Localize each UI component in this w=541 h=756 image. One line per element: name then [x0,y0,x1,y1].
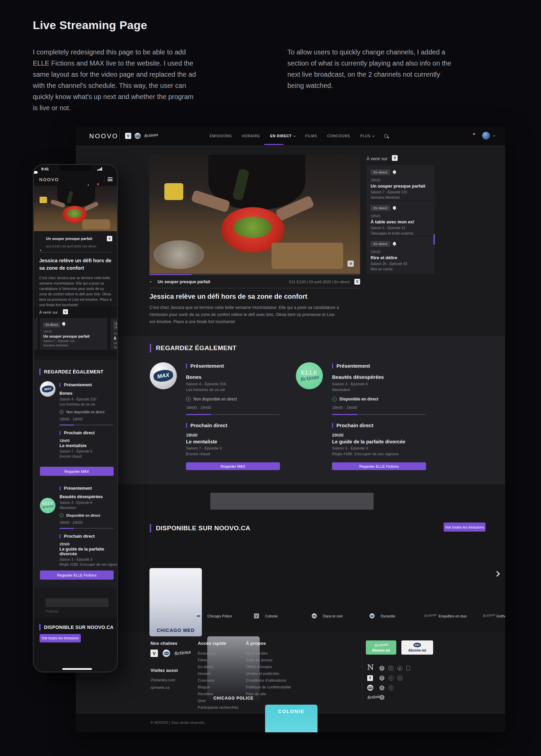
twitter-icon[interactable]: t [389,685,394,690]
footer-link[interactable]: Ventes et publicités [246,670,279,677]
next-show[interactable]: Le guide de la parfaite divorcée [332,439,426,444]
footer-link[interactable]: Participants recherchés [198,704,238,711]
max-channel-logo[interactable]: MAX [163,650,170,657]
see-all-shows-button[interactable]: Voir toutes les émissions [444,522,486,532]
facebook-icon[interactable]: f [379,685,384,690]
max-channel-logo-large[interactable]: MAX [40,381,55,397]
noovo-n-logo[interactable]: N [367,663,374,672]
footer-link[interactable]: Nous joindre [246,650,268,657]
upcoming-label: À venir sur [367,156,387,161]
live-video-player[interactable]: V [149,155,360,274]
facebook-icon[interactable]: f [379,666,384,671]
schedule-card[interactable]: En direct 19h00 À table avec mon ex! Sai… [110,318,118,350]
instagram-icon[interactable] [398,676,402,680]
subscribe-elle-fictions-button[interactable]: fictions Abonne-toi [366,640,396,655]
pinterest-icon[interactable]: p [397,666,402,671]
schedule-card[interactable]: En direct 19h00 À table avec mon ex! Sai… [367,201,434,236]
watch-max-button[interactable]: Regarder MAX [186,462,280,470]
see-all-shows-button[interactable]: Voir toutes les émissions [40,634,81,642]
footer-link[interactable]: Salle de presse [246,657,273,663]
current-show[interactable]: Beautés désespérées [60,494,114,499]
current-show[interactable]: Beautés désespérées [332,374,426,380]
footer-link[interactable]: Blogue [198,684,210,690]
nav-films[interactable]: FILMS [305,134,317,138]
poster-title[interactable]: Colonie [265,614,278,618]
schedule-show-title[interactable]: Rire et délire [371,255,430,260]
instagram-icon[interactable] [389,666,393,670]
next-show[interactable]: Le mentaliste [186,439,280,444]
show-poster[interactable]: Chicago Med [149,568,202,636]
v-channel-logo[interactable]: V [150,650,158,657]
schedule-episode: Tatouages et boîte surprise [114,346,118,349]
account-chevron-down-icon[interactable] [493,134,495,137]
elle-fictions-logo-large[interactable]: ELLE fictions [296,362,323,389]
facebook-icon[interactable]: f [379,695,384,700]
footer-link[interactable]: rpmweb.ca [150,684,169,691]
schedule-show-title[interactable]: Un souper presque parfait [43,334,104,338]
subscribe-max-button[interactable]: MAX Abonne-toi [401,640,433,655]
footer-link[interactable]: Quiz [198,697,206,704]
video-progress-bar[interactable] [149,274,360,275]
sidebar-scrollbar[interactable] [433,234,435,245]
watch-elle-fictions-button[interactable]: Regarder ELLE Fictions [40,570,114,580]
home-indicator[interactable] [62,668,92,670]
noovo-logo[interactable]: NOOVO [39,177,59,182]
news-icon[interactable] [406,666,410,670]
poster-title[interactable]: Chicago Police [207,614,232,618]
schedule-show-title[interactable]: À table avec mon ex! [371,219,430,224]
live-video-player[interactable] [34,186,117,231]
nav-plus[interactable]: PLUS [360,134,374,138]
noovo-logo[interactable]: NOOVO [89,132,118,140]
watch-max-button[interactable]: Regarder MAX [40,467,114,476]
nav-en-direct[interactable]: EN DIRECT [270,134,295,138]
reminder-bell-icon[interactable] [62,322,65,325]
footer-link[interactable]: Conditions d'utilisations [246,677,286,684]
footer-link[interactable]: 25stanley.com [150,677,175,683]
schedule-show-title[interactable]: Un souper presque parfait [371,184,430,189]
poster-title[interactable]: Dynastie [381,614,395,618]
next-show[interactable]: Le mentaliste [60,443,114,448]
twitter-icon[interactable]: t [389,676,394,681]
nav-emissions[interactable]: ÉMISSIONS [210,134,232,138]
reminder-bell-icon[interactable] [393,170,396,173]
max-logo[interactable]: MAX [367,685,373,691]
footer-link[interactable]: Émissions [198,650,215,657]
footer-link[interactable]: Horaire [198,670,211,677]
search-icon[interactable] [384,134,388,138]
poster-title[interactable]: Enquêtes en duo [439,614,467,618]
poster-title[interactable]: Chicago Med [149,614,171,618]
poster-title[interactable]: Dans le noir [323,614,343,618]
nav-concours[interactable]: CONCOURS [327,134,350,138]
schedule-show-title[interactable]: À table avec mon ex! [114,336,118,340]
show-poster[interactable]: Colonie [265,705,317,732]
max-channel-logo[interactable]: MAX [135,133,141,139]
schedule-card[interactable]: En direct 19h30 Rire et délire Saison 26… [367,237,434,274]
next-show[interactable]: Le guide de la parfaite divorcée [60,547,114,556]
nav-horaire[interactable]: HORAIRE [242,134,260,138]
current-show[interactable]: Bones [60,391,114,396]
max-channel-logo-large[interactable]: MAX [150,362,177,389]
footer-link[interactable]: Offres d'emploi [246,663,272,670]
footer-link[interactable]: En direct [198,663,213,670]
elle-fictions-channel-logo[interactable]: fictions [144,132,158,138]
footer-link[interactable]: Politique de confidentialité [246,684,291,690]
facebook-icon[interactable]: f [379,676,384,681]
footer-link[interactable]: Recettes [198,690,213,697]
schedule-card[interactable]: En direct 18h30 Un souper presque parfai… [367,165,434,200]
unavailable-icon: × [60,410,64,414]
current-show[interactable]: Bones [186,374,280,380]
reminder-bell-icon[interactable] [393,206,396,209]
schedule-card[interactable]: En direct 18h30 Un souper presque parfai… [40,318,108,350]
poster-title[interactable]: Gotham [496,614,505,618]
footer-link[interactable]: Concours [198,677,214,684]
footer-link[interactable]: Plan du site [246,690,266,697]
watch-elle-fictions-button[interactable]: Regarder ELLE Fictions [332,462,426,470]
v-channel-logo[interactable]: V [125,133,131,139]
elle-fictions-logo-large[interactable]: ELLE fictions [40,498,55,513]
reminder-bell-icon[interactable] [393,242,396,245]
hamburger-menu-icon[interactable] [108,177,113,181]
footer-link[interactable]: Films [198,657,207,663]
v-logo[interactable]: V [367,675,373,681]
avatar[interactable] [482,132,490,140]
now-playing-label: Présentement [60,486,114,491]
